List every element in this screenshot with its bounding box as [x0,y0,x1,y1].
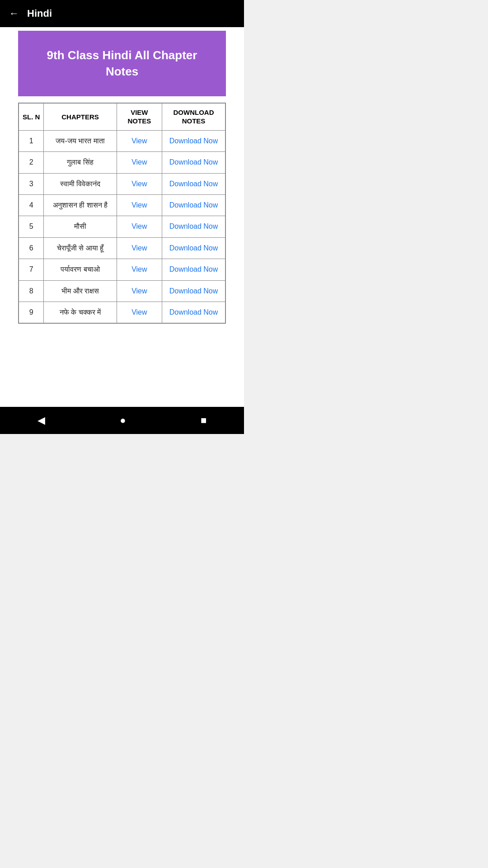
view-link[interactable]: View [131,265,147,273]
row-view-cell[interactable]: View [117,194,162,216]
table-row: 1जय-जय भारत माताViewDownload Now [19,130,225,151]
row-download-cell[interactable]: Download Now [162,173,225,194]
content-area: 9th Class Hindi All Chapter Notes SL. N … [0,27,244,407]
view-link[interactable]: View [131,201,147,209]
row-chapter: पर्यावरण बचाओ [44,259,117,280]
download-link[interactable]: Download Now [169,222,218,231]
col-header-sl: SL. N [19,103,44,130]
row-sl: 5 [19,216,44,237]
download-link[interactable]: Download Now [169,179,218,189]
view-link[interactable]: View [131,308,147,316]
row-download-cell[interactable]: Download Now [162,130,225,151]
page-title: Hindi [27,8,52,19]
col-header-chapters: CHAPTERS [44,103,117,130]
col-header-view: VIEW NOTES [117,103,162,130]
row-view-cell[interactable]: View [117,302,162,323]
banner-title: 9th Class Hindi All Chapter Notes [32,47,212,80]
download-link[interactable]: Download Now [169,157,218,167]
row-download-cell[interactable]: Download Now [162,194,225,216]
table-row: 3स्वामी विवेकानंदViewDownload Now [19,173,225,194]
row-chapter: चेरापूँजी से आया हूँ [44,237,117,259]
table-row: 7पर्यावरण बचाओViewDownload Now [19,259,225,280]
table-row: 9नफे के चक्कर मेंViewDownload Now [19,302,225,323]
top-bar: ← Hindi [0,0,244,27]
table-row: 5मौसीViewDownload Now [19,216,225,237]
row-chapter: अनुशासन ही शासन है [44,194,117,216]
row-download-cell[interactable]: Download Now [162,280,225,302]
row-download-cell[interactable]: Download Now [162,152,225,173]
download-link[interactable]: Download Now [169,286,218,296]
row-sl: 6 [19,237,44,259]
view-link[interactable]: View [131,287,147,295]
table-row: 6चेरापूँजी से आया हूँViewDownload Now [19,237,225,259]
row-sl: 3 [19,173,44,194]
col-header-download: DOWNLOAD NOTES [162,103,225,130]
row-view-cell[interactable]: View [117,173,162,194]
bottom-nav: ◀ ● ■ [0,407,244,434]
view-link[interactable]: View [131,222,147,230]
row-download-cell[interactable]: Download Now [162,259,225,280]
row-sl: 4 [19,194,44,216]
view-link[interactable]: View [131,244,147,252]
download-link[interactable]: Download Now [169,200,218,210]
row-chapter: भीम और राक्षस [44,280,117,302]
download-link[interactable]: Download Now [169,307,218,317]
nav-home-button[interactable]: ● [120,415,126,426]
chapters-table: SL. N CHAPTERS VIEW NOTES DOWNLOAD NOTES… [19,103,225,324]
row-view-cell[interactable]: View [117,216,162,237]
view-link[interactable]: View [131,137,147,145]
chapters-table-wrapper: SL. N CHAPTERS VIEW NOTES DOWNLOAD NOTES… [18,103,226,324]
row-chapter: मौसी [44,216,117,237]
row-chapter: स्वामी विवेकानंद [44,173,117,194]
row-view-cell[interactable]: View [117,237,162,259]
table-row: 8भीम और राक्षसViewDownload Now [19,280,225,302]
table-row: 4अनुशासन ही शासन हैViewDownload Now [19,194,225,216]
download-link[interactable]: Download Now [169,136,218,146]
row-sl: 2 [19,152,44,173]
row-chapter: जय-जय भारत माता [44,130,117,151]
banner: 9th Class Hindi All Chapter Notes [18,31,226,96]
row-sl: 7 [19,259,44,280]
row-sl: 9 [19,302,44,323]
row-sl: 8 [19,280,44,302]
row-view-cell[interactable]: View [117,130,162,151]
row-chapter: गुलाब सिंह [44,152,117,173]
row-view-cell[interactable]: View [117,152,162,173]
download-link[interactable]: Download Now [169,243,218,253]
row-download-cell[interactable]: Download Now [162,216,225,237]
back-button[interactable]: ← [9,8,19,19]
view-link[interactable]: View [131,180,147,188]
table-row: 2गुलाब सिंहViewDownload Now [19,152,225,173]
row-sl: 1 [19,130,44,151]
download-link[interactable]: Download Now [169,264,218,274]
row-download-cell[interactable]: Download Now [162,237,225,259]
row-chapter: नफे के चक्कर में [44,302,117,323]
nav-back-button[interactable]: ◀ [38,415,45,426]
row-view-cell[interactable]: View [117,280,162,302]
nav-recent-button[interactable]: ■ [201,415,206,426]
view-link[interactable]: View [131,158,147,166]
row-download-cell[interactable]: Download Now [162,302,225,323]
row-view-cell[interactable]: View [117,259,162,280]
